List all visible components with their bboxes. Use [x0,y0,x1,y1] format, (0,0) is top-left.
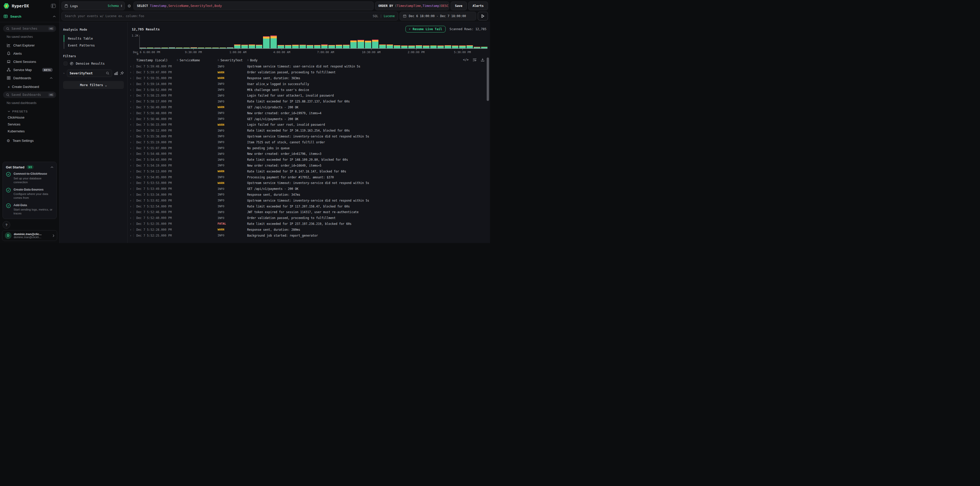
row-expand-chevron[interactable]: › [130,70,132,74]
get-started-step-add-data[interactable]: Add Data Start sending logs, metrics, or… [6,203,53,216]
table-row[interactable]: ›Dec 7 5:54:05.000 PMINFOProcessing paym… [128,174,490,180]
histogram-bar[interactable] [423,35,429,48]
sidebar-item-client-sessions[interactable]: Client Sessions [3,57,56,66]
table-row[interactable]: ›Dec 7 5:55:07.000 PMINFONo pending jobs… [128,145,490,151]
histogram-bar[interactable] [350,35,357,48]
histogram-bar[interactable] [220,35,226,48]
preset-kubernetes[interactable]: Kubernetes [3,128,56,135]
table-row[interactable]: ›Dec 7 5:56:46.000 PMINFOGET /api/v1/pay… [128,116,490,122]
table-row[interactable]: ›Dec 7 5:52:35.000 PMFATALRate limit exc… [128,221,490,227]
pin-icon[interactable] [120,71,124,75]
mode-results-table[interactable]: Results Table [64,35,124,42]
histogram-bar[interactable] [169,35,175,48]
histogram-bar[interactable] [438,35,444,48]
date-range-picker[interactable]: 1 Dec 6 18:00:00 - Dec 7 18:00:00 [399,12,476,21]
histogram-bar[interactable] [154,35,161,48]
row-expand-chevron[interactable]: › [130,135,132,138]
histogram-bar[interactable] [343,35,349,48]
user-account-card[interactable]: D dominic.tran@clic... dominic.tran@clic… [2,230,57,241]
col-header-timestamp[interactable]: Timestamp (Local) [136,59,177,62]
histogram-bar[interactable] [234,35,240,48]
table-row[interactable]: ›Dec 7 5:56:48.000 PMINFONew order creat… [128,110,490,116]
row-expand-chevron[interactable]: › [130,234,132,237]
histogram-bar[interactable] [387,35,393,48]
row-expand-chevron[interactable]: › [130,222,132,226]
histogram-bar[interactable] [379,35,385,48]
lucene-mode-toggle[interactable]: Lucene [384,14,395,18]
table-row[interactable]: ›Dec 7 5:59:35.000 PMWARNResponse sent, … [128,75,490,81]
histogram-bar[interactable] [328,35,335,48]
table-row[interactable]: ›Dec 7 5:52:54.000 PMINFORate limit exce… [128,203,490,209]
presets-toggle[interactable]: PRESETS [3,107,56,114]
run-query-button[interactable] [478,12,488,21]
sidebar-item-chart-explorer[interactable]: Chart Explorer [3,41,56,49]
row-expand-chevron[interactable]: › [130,175,132,179]
resume-live-tail-button[interactable]: ⚡Resume Live Tail [406,26,445,32]
table-row[interactable]: ›Dec 7 5:52:46.000 PMINFOJWT token expir… [128,209,490,215]
table-row[interactable]: ›Dec 7 5:59:48.000 PMINFOUpstream servic… [128,64,490,70]
table-row[interactable]: ›Dec 7 5:52:28.000 PMWARNResponse sent, … [128,227,490,233]
histogram-bar[interactable] [401,35,407,48]
histogram-bar[interactable] [285,35,291,48]
table-row[interactable]: ›Dec 7 5:54:13.000 PMWARNRate limit exce… [128,168,490,174]
histogram-bar[interactable] [249,35,255,48]
code-view-icon[interactable]: </> [463,58,469,62]
histogram-bar[interactable] [241,35,248,48]
table-row[interactable]: ›Dec 7 5:52:40.000 PMINFOOrder validatio… [128,215,490,221]
histogram-bar[interactable] [430,35,437,48]
histogram-bar[interactable] [161,35,168,48]
preset-clickhouse[interactable]: ClickHouse [3,114,56,121]
row-expand-chevron[interactable]: › [130,129,132,132]
histogram-bar[interactable] [292,35,299,48]
scrollbar-track[interactable] [487,57,489,243]
filter-expand-chevron[interactable]: › [63,72,65,75]
source-select[interactable]: Logs Schema ▲▼ [62,2,125,10]
row-expand-chevron[interactable]: › [130,105,132,109]
row-expand-chevron[interactable]: › [130,140,132,144]
text-wrap-icon[interactable] [473,58,477,62]
saved-searches-input[interactable]: Saved Searches ⌘K [3,25,56,32]
histogram-bar[interactable] [270,35,277,48]
table-row[interactable]: ›Dec 7 5:53:49.000 PMINFOGET /api/v1/pay… [128,186,490,192]
row-expand-chevron[interactable]: › [130,228,132,231]
row-expand-chevron[interactable]: › [130,164,132,167]
col-header-severitytext[interactable]: ⠿SeverityText [218,59,247,62]
histogram-bar[interactable] [147,35,153,48]
histogram-bar[interactable] [278,35,284,48]
table-row[interactable]: ›Dec 7 5:59:14.000 PMINFOUser alice_w lo… [128,81,490,87]
denoise-results-toggle[interactable]: Denoise Results [64,62,124,65]
row-expand-chevron[interactable]: › [130,117,132,121]
team-settings-item[interactable]: ⚙ Team Settings [3,135,56,145]
event-search-input[interactable]: Search your events w/ Lucene ex. column:… [62,12,398,21]
histogram-bar[interactable] [299,35,306,48]
row-expand-chevron[interactable]: › [130,94,132,97]
create-dashboard-button[interactable]: + Create Dashboard [3,82,56,91]
denoise-checkbox[interactable] [64,62,67,65]
histogram-bar[interactable] [176,35,182,48]
more-filters-button[interactable]: More filters ⌄ [63,81,124,89]
sidebar-item-dashboards[interactable]: Dashboards [3,74,56,82]
table-row[interactable]: ›Dec 7 5:53:53.000 PMWARNUpstream servic… [128,180,490,186]
row-expand-chevron[interactable]: › [130,216,132,220]
severity-filter-field[interactable]: SeverityText [67,70,112,77]
histogram-bar[interactable] [358,35,364,48]
row-expand-chevron[interactable]: › [130,76,132,80]
histogram-bar[interactable] [227,35,233,48]
sidebar-collapse-icon[interactable] [51,4,56,8]
order-by-input[interactable]: ORDER BY (TimestampTime, Timestamp) DESC [375,2,449,10]
table-row[interactable]: ›Dec 7 5:58:23.000 PMINFOLogin failed fo… [128,93,490,99]
histogram-bar[interactable] [372,35,379,48]
scrollbar-thumb[interactable] [487,57,489,101]
table-row[interactable]: ›Dec 7 5:54:19.000 PMINFONew order creat… [128,163,490,169]
histogram-bar[interactable] [212,35,219,48]
row-expand-chevron[interactable]: › [130,112,132,115]
save-button[interactable]: Save [451,2,467,10]
table-row[interactable]: ›Dec 7 5:55:19.000 PMINFOItem 7525 out o… [128,139,490,145]
table-row[interactable]: ›Dec 7 5:58:52.000 PMINFOMFA challenge s… [128,87,490,93]
sidebar-item-alerts[interactable]: Alerts [3,49,56,57]
col-header-body[interactable]: ⠿Body [247,59,459,62]
row-expand-chevron[interactable]: › [130,170,132,173]
alerts-button[interactable]: Alerts [468,2,488,10]
row-expand-chevron[interactable]: › [130,147,132,150]
row-expand-chevron[interactable]: › [130,210,132,214]
